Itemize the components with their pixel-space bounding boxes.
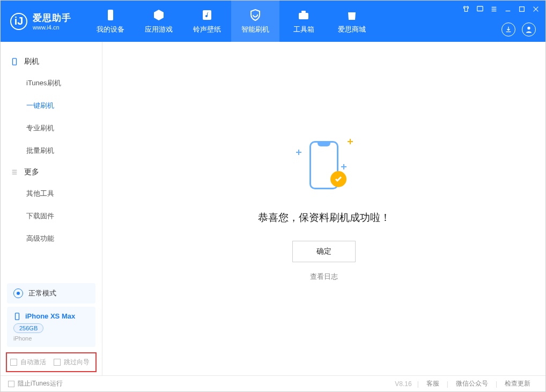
app-site: www.i4.cn (33, 24, 71, 31)
checkbox-label: 自动激活 (20, 358, 46, 367)
svg-rect-0 (108, 10, 113, 20)
footer-link-support[interactable]: 客服 (419, 379, 447, 388)
success-message: 恭喜您，保资料刷机成功啦！ (258, 211, 390, 225)
checkbox-label: 跳过向导 (64, 358, 90, 367)
version-label: V8.16 (395, 380, 411, 388)
main-content: 恭喜您，保资料刷机成功啦！ 确定 查看日志 (102, 42, 545, 375)
footer-link-wechat[interactable]: 微信公众号 (448, 379, 496, 388)
user-icon[interactable] (522, 23, 536, 36)
group-title-label: 刷机 (24, 57, 39, 66)
tab-smart-flash[interactable]: 智能刷机 (231, 1, 279, 42)
tab-toolbox[interactable]: 工具箱 (279, 1, 328, 42)
window-controls (462, 5, 540, 13)
sidebar-group-more: 更多 (1, 162, 102, 182)
sidebar-item-oneclick-flash[interactable]: 一键刷机 (1, 94, 102, 117)
tab-ringtones-wallpapers[interactable]: 铃声壁纸 (183, 1, 231, 42)
svg-rect-2 (299, 13, 308, 19)
checkbox-icon (8, 381, 14, 387)
success-illustration (292, 136, 356, 195)
sidebar-group-flash: 刷机 (1, 51, 102, 72)
shirt-icon[interactable] (462, 5, 470, 13)
shield-refresh-icon (249, 9, 262, 21)
checkbox-block-itunes[interactable]: 阻止iTunes运行 (8, 379, 63, 388)
phone-icon (13, 313, 21, 320)
header-bar: iJ 爱思助手 www.i4.cn 我的设备 应用游戏 铃声壁纸 智能刷机 工具… (1, 1, 545, 42)
device-icon (104, 9, 117, 21)
device-name: iPhone XS Max (25, 312, 75, 320)
sidebar-item-download-firmware[interactable]: 下载固件 (1, 205, 102, 227)
tab-apps-games[interactable]: 应用游戏 (135, 1, 183, 42)
sidebar-item-itunes-flash[interactable]: iTunes刷机 (1, 72, 102, 94)
sidebar-item-pro-flash[interactable]: 专业刷机 (1, 117, 102, 139)
svg-rect-5 (520, 7, 525, 12)
logo-icon: iJ (10, 13, 27, 30)
cube-icon (152, 9, 165, 21)
connected-device-card[interactable]: iPhone XS Max 256GB iPhone (7, 307, 95, 347)
tab-label: 我的设备 (97, 25, 124, 34)
view-log-link[interactable]: 查看日志 (310, 272, 338, 282)
svg-rect-8 (16, 313, 19, 319)
device-storage-badge: 256GB (13, 323, 43, 333)
sidebar-item-other-tools[interactable]: 其他工具 (1, 182, 102, 205)
app-name: 爱思助手 (33, 12, 71, 24)
close-icon[interactable] (532, 5, 540, 13)
highlighted-options-row: 自动激活 跳过向导 (6, 352, 97, 372)
status-label: 正常模式 (28, 289, 56, 298)
sidebar: 刷机 iTunes刷机 一键刷机 专业刷机 批量刷机 更多 其他工具 下载固件 … (1, 42, 102, 375)
tab-label: 爱思商城 (338, 25, 366, 34)
maximize-icon[interactable] (518, 5, 526, 13)
footer-link-update[interactable]: 检查更新 (497, 379, 538, 388)
tab-label: 应用游戏 (145, 25, 173, 34)
normal-mode-icon (13, 289, 23, 298)
svg-rect-7 (13, 58, 17, 65)
check-badge-icon (330, 171, 346, 187)
svg-rect-3 (301, 11, 306, 13)
checkbox-auto-activate[interactable]: 自动激活 (10, 358, 46, 367)
svg-point-6 (527, 27, 530, 29)
tab-label: 铃声壁纸 (193, 25, 221, 34)
app-logo: iJ 爱思助手 www.i4.cn (1, 1, 81, 42)
checkbox-skip-guide[interactable]: 跳过向导 (54, 358, 90, 367)
menu-icon[interactable] (490, 5, 498, 13)
checkbox-icon (54, 359, 61, 366)
sidebar-item-batch-flash[interactable]: 批量刷机 (1, 139, 102, 162)
feedback-icon[interactable] (476, 5, 484, 13)
tab-store[interactable]: 爱思商城 (328, 1, 376, 42)
group-title-label: 更多 (24, 167, 39, 177)
menu-lines-icon (10, 168, 19, 176)
footer-bar: 阻止iTunes运行 V8.16 | 客服 | 微信公众号 | 检查更新 (1, 375, 545, 391)
phone-outline-icon (10, 57, 19, 66)
tab-label: 工具箱 (293, 25, 314, 34)
device-type: iPhone (13, 335, 89, 342)
checkbox-label: 阻止iTunes运行 (18, 379, 63, 388)
shopping-bag-icon (345, 9, 358, 21)
download-icon[interactable] (501, 23, 515, 36)
ok-button[interactable]: 确定 (292, 241, 356, 262)
checkbox-icon (10, 359, 17, 366)
user-actions (501, 23, 536, 36)
top-tabs: 我的设备 应用游戏 铃声壁纸 智能刷机 工具箱 爱思商城 (86, 1, 376, 42)
tab-my-device[interactable]: 我的设备 (86, 1, 135, 42)
svg-rect-4 (477, 6, 483, 11)
device-mode-status[interactable]: 正常模式 (7, 283, 95, 304)
flash-result-panel: 恭喜您，保资料刷机成功啦！ 确定 查看日志 (258, 136, 390, 282)
toolbox-icon (297, 9, 310, 21)
music-note-icon (201, 9, 213, 21)
minimize-icon[interactable] (504, 5, 512, 13)
tab-label: 智能刷机 (241, 25, 269, 34)
sidebar-item-advanced[interactable]: 高级功能 (1, 227, 102, 250)
